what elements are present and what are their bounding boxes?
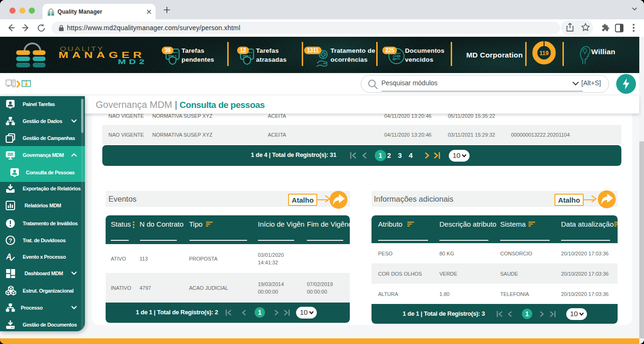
svg-text:?: ? (8, 238, 12, 244)
svg-text:119: 119 (539, 50, 549, 57)
